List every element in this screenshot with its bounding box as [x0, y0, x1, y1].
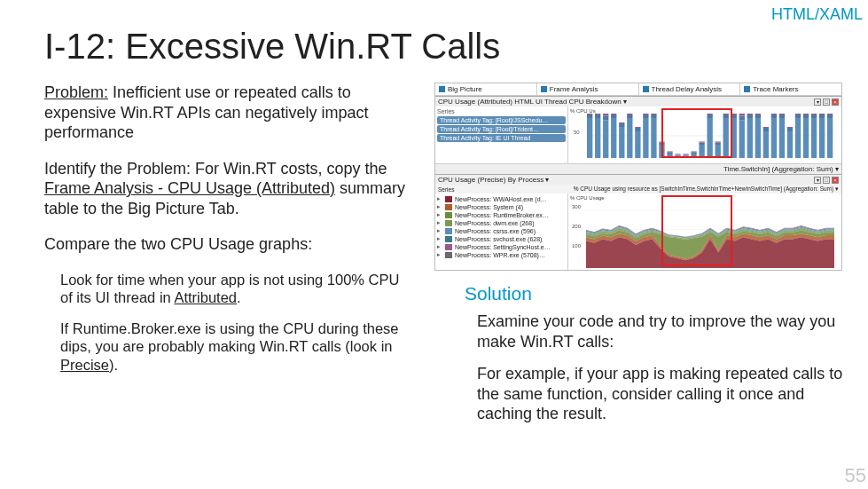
legend-row[interactable]: ▸NewProcess: RuntimeBroker.ex…	[437, 211, 566, 218]
screenshot-mock: Big Picture Frame Analysis Thread Delay …	[434, 83, 842, 271]
min-icon[interactable]: ▾	[814, 99, 821, 106]
svg-rect-72	[771, 114, 777, 114]
svg-rect-71	[771, 114, 777, 118]
legend-row[interactable]: ▸NewProcess: WWAHost.exe (d…	[437, 195, 566, 202]
legend-row[interactable]: Thread Activity Tag: [Root]/JSSchedu…	[437, 116, 566, 124]
legend-row[interactable]: ▸NewProcess: csrss.exe (596)	[437, 227, 566, 234]
svg-rect-1	[587, 118, 592, 158]
panel-body-attributed: Series Thread Activity Tag: [Root]/JSSch…	[435, 106, 841, 163]
tab-trace-markers[interactable]: Trace Markers	[740, 83, 841, 95]
slide-title: I-12: Excessive Win.RT Calls	[44, 27, 852, 67]
svg-rect-66	[755, 114, 761, 114]
legend-attributed: Series Thread Activity Tag: [Root]/JSSch…	[435, 106, 568, 163]
min-icon[interactable]: ▾	[814, 177, 821, 184]
svg-rect-6	[595, 114, 600, 114]
panel-right-title: % CPU Usage using resource as [SwitchInT…	[574, 185, 839, 193]
identify-link: Frame Analysis - CPU Usage (Attributed)	[44, 179, 335, 197]
svg-rect-4	[595, 118, 600, 158]
svg-rect-62	[747, 114, 753, 118]
legend-row[interactable]: ▸NewProcess: svchost.exe (628)	[437, 235, 566, 242]
svg-rect-14	[619, 123, 624, 127]
solution-p2: For example, if your app is making repea…	[477, 364, 843, 424]
close-icon[interactable]: ×	[832, 177, 839, 184]
tab-label: Frame Analysis	[550, 85, 598, 93]
legend-header: Series	[437, 108, 566, 114]
legend-row[interactable]: ▸NewProcess: WPR.exe (5708)…	[437, 251, 566, 258]
right-column: Big Picture Frame Analysis Thread Delay …	[440, 83, 852, 437]
svg-rect-93	[827, 114, 833, 114]
svg-rect-27	[651, 114, 656, 114]
svg-rect-70	[771, 118, 777, 158]
svg-rect-69	[763, 127, 769, 128]
max-icon[interactable]: □	[823, 99, 830, 106]
y-tick: 200	[572, 224, 581, 229]
panel-body-precise: ▸NewProcess: WWAHost.exe (d… ▸NewProcess…	[435, 193, 841, 270]
sub1-link: Attributed	[174, 289, 237, 305]
panel-controls: ▾ □ ×	[814, 99, 839, 106]
svg-rect-20	[635, 128, 640, 131]
svg-rect-11	[611, 114, 616, 118]
svg-rect-75	[779, 114, 785, 114]
y-tick: 300	[572, 204, 581, 209]
problem-paragraph: Problem: Inefficient use or repeated cal…	[44, 83, 415, 143]
svg-rect-23	[643, 114, 648, 118]
svg-rect-65	[755, 114, 761, 118]
svg-rect-89	[819, 114, 825, 118]
svg-rect-79	[795, 118, 801, 158]
tab-thread-delay[interactable]: Thread Delay Analysis	[639, 83, 741, 95]
max-icon[interactable]: □	[823, 177, 830, 184]
tab-icon	[439, 86, 445, 92]
svg-rect-83	[803, 114, 809, 118]
svg-rect-19	[635, 131, 640, 158]
svg-rect-15	[619, 122, 624, 123]
svg-rect-8	[603, 116, 608, 121]
tab-big-picture[interactable]: Big Picture	[435, 83, 537, 95]
panel-attributed: CPU Usage (Attributed) HTML UI Thread CP…	[435, 96, 841, 174]
identify-pre: For Win.RT costs, copy the	[191, 160, 387, 177]
svg-rect-18	[627, 114, 632, 114]
svg-rect-73	[779, 118, 785, 158]
legend-row[interactable]: ▸NewProcess: SettingSyncHost.e…	[437, 243, 566, 250]
sub2-link: Precise	[60, 357, 109, 373]
compare-paragraph: Compare the two CPU Usage graphs:	[44, 234, 415, 255]
svg-rect-88	[819, 118, 825, 158]
svg-rect-64	[755, 118, 761, 158]
svg-rect-25	[651, 118, 656, 158]
svg-rect-78	[787, 127, 793, 128]
svg-rect-63	[747, 114, 753, 114]
svg-rect-59	[739, 116, 745, 121]
sub2-paragraph: If Runtime.Broker.exe is using the CPU d…	[60, 319, 415, 375]
tab-icon	[744, 86, 750, 92]
svg-rect-76	[787, 131, 793, 158]
panel-subhead-precise: Series % CPU Usage using resource as [Sw…	[435, 185, 841, 193]
svg-rect-77	[787, 128, 793, 131]
legend-row[interactable]: ▸NewProcess: System (4)	[437, 203, 566, 210]
panel-right-title: Time.SwitchIn] (Aggregation: Sum) ▾	[723, 165, 839, 173]
two-columns: Problem: Inefficient use or repeated cal…	[44, 83, 852, 437]
svg-rect-82	[803, 118, 809, 158]
tab-label: Big Picture	[448, 85, 482, 93]
chart-precise: % CPU Usage 300 200 100	[568, 193, 841, 270]
svg-rect-85	[811, 118, 817, 158]
page-number: 55	[845, 464, 866, 487]
legend-row[interactable]: Thread Activity Tag: IE UI Thread	[437, 134, 566, 142]
highlight-box	[661, 195, 732, 266]
y-tick: 50	[574, 130, 580, 135]
legend-row[interactable]: Thread Activity Tag: [Root]/Trident…	[437, 125, 566, 133]
svg-rect-3	[587, 114, 592, 114]
identify-label: Identify the Problem:	[44, 160, 191, 177]
tab-frame-analysis[interactable]: Frame Analysis	[537, 83, 639, 95]
svg-rect-22	[643, 118, 648, 158]
identify-paragraph: Identify the Problem: For Win.RT costs, …	[44, 159, 415, 219]
svg-rect-24	[643, 114, 648, 114]
y-tick: 100	[572, 243, 581, 248]
legend-row[interactable]: ▸NewProcess: dwm.exe (268)	[437, 219, 566, 226]
panel-head-attributed: CPU Usage (Attributed) HTML UI Thread CP…	[435, 97, 841, 106]
svg-rect-90	[819, 114, 825, 114]
svg-rect-21	[635, 127, 640, 128]
solution-heading: Solution	[465, 283, 852, 304]
svg-rect-7	[603, 121, 608, 159]
svg-rect-9	[603, 114, 608, 116]
close-icon[interactable]: ×	[832, 99, 839, 106]
problem-label: Problem:	[44, 83, 108, 101]
